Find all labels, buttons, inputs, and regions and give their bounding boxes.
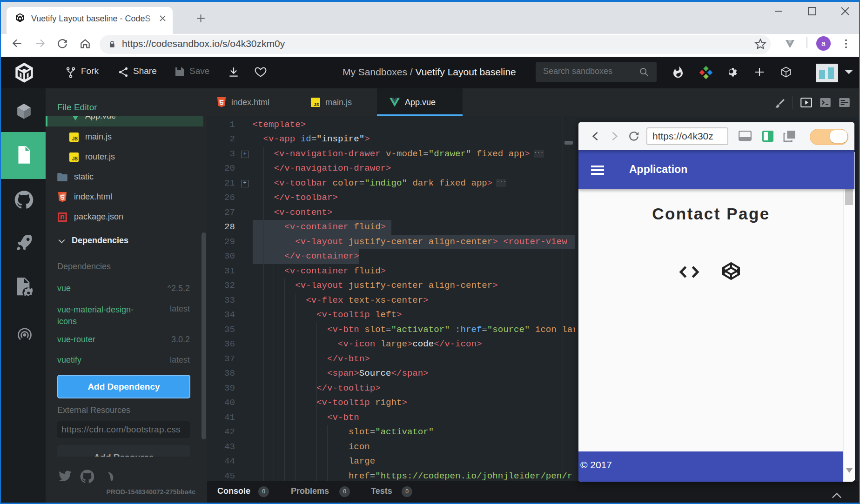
svg-text:JS: JS xyxy=(314,102,319,107)
